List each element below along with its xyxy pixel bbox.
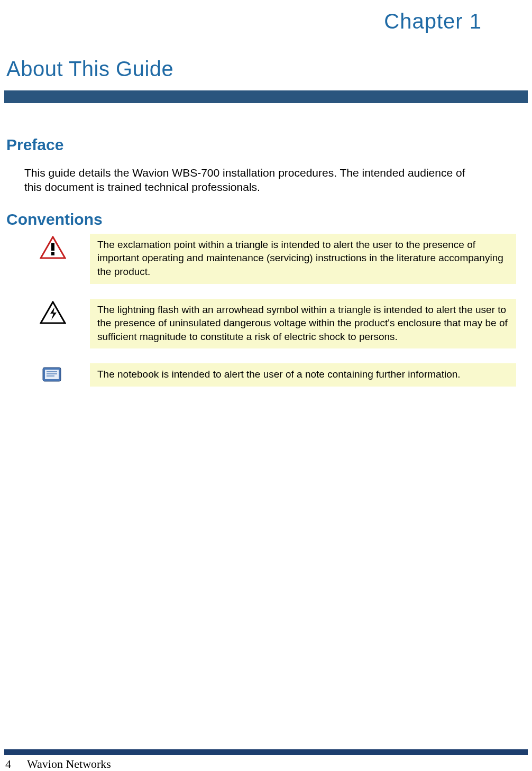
page-title: About This Guide [0, 33, 532, 90]
footer-separator [4, 749, 528, 755]
convention-row-note: The notebook is intended to alert the us… [32, 363, 516, 387]
convention-text-note: The notebook is intended to alert the us… [90, 363, 516, 387]
svg-rect-6 [45, 370, 59, 379]
chapter-label: Chapter 1 [0, 0, 532, 33]
preface-body-text: This guide details the Wavion WBS-700 in… [0, 160, 532, 205]
preface-heading: Preface [0, 103, 532, 160]
page-number: 4 [5, 757, 11, 771]
warning-triangle-icon [32, 234, 74, 259]
convention-text-warning: The exclamation point within a triangle … [90, 234, 516, 284]
notebook-icon [32, 363, 74, 383]
convention-row-warning: The exclamation point within a triangle … [32, 234, 516, 284]
footer-company: Wavion Networks [27, 757, 111, 771]
convention-row-electric: The lightning flash with an arrowhead sy… [32, 299, 516, 349]
footer: 4 Wavion Networks [5, 757, 111, 771]
electric-shock-icon [32, 299, 74, 324]
conventions-heading: Conventions [0, 205, 532, 234]
convention-text-electric: The lightning flash with an arrowhead sy… [90, 299, 516, 349]
svg-rect-2 [51, 252, 54, 255]
svg-rect-1 [51, 243, 54, 251]
title-separator [4, 90, 528, 103]
